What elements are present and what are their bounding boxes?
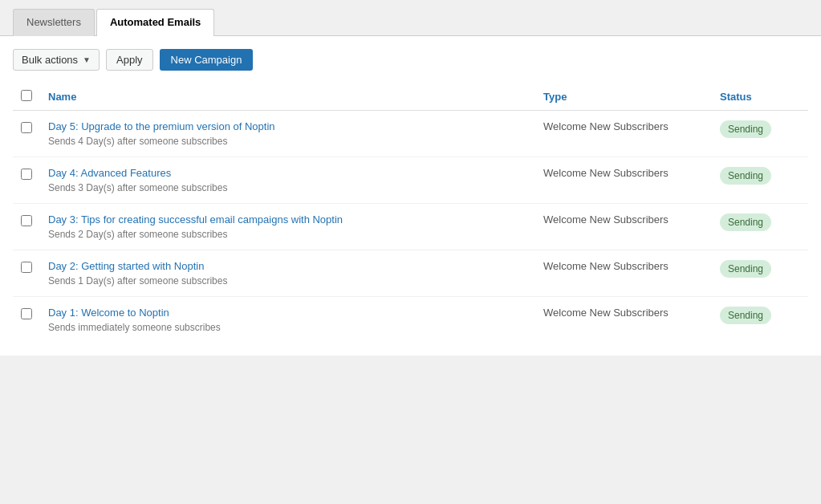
content-area: Bulk actions ▼ Apply New Campaign Name [0,36,821,356]
toolbar: Bulk actions ▼ Apply New Campaign [13,49,808,71]
apply-button[interactable]: Apply [106,49,153,71]
row-name-cell: Day 4: Advanced Features Sends 3 Day(s) … [40,157,535,204]
campaign-name-link[interactable]: Day 3: Tips for creating successful emai… [48,213,527,226]
page-wrapper: Newsletters Automated Emails Bulk action… [0,0,821,504]
row-checkbox-cell [13,157,40,204]
table-row: Day 1: Welcome to Noptin Sends immediate… [13,297,808,343]
tabs-bar: Newsletters Automated Emails [0,8,821,36]
row-name-cell: Day 1: Welcome to Noptin Sends immediate… [40,297,535,343]
row-status-cell: Sending [712,204,808,250]
row-status-cell: Sending [712,297,808,343]
select-all-checkbox[interactable] [21,90,32,101]
row-checkbox-cell [13,250,40,297]
row-checkbox[interactable] [21,169,32,180]
row-checkbox-cell [13,111,40,157]
row-checkbox-cell [13,204,40,250]
row-type-cell: Welcome New Subscribers [535,297,712,343]
row-status-cell: Sending [712,111,808,157]
campaign-name-link[interactable]: Day 4: Advanced Features [48,167,527,179]
campaign-subtitle: Sends immediately someone subscribes [48,322,221,333]
row-checkbox[interactable] [21,308,32,319]
row-status-cell: Sending [712,157,808,204]
campaign-name-link[interactable]: Day 5: Upgrade to the premium version of… [48,120,527,132]
campaigns-table: Name Type Status Day 5: Upgrade to the p… [13,83,808,343]
row-name-cell: Day 5: Upgrade to the premium version of… [40,111,535,157]
table-header-row: Name Type Status [13,83,808,111]
row-checkbox[interactable] [21,122,32,133]
row-type-cell: Welcome New Subscribers [535,204,712,250]
campaign-subtitle: Sends 2 Day(s) after someone subscribes [48,229,227,240]
campaign-subtitle: Sends 3 Day(s) after someone subscribes [48,182,227,193]
campaign-name-link[interactable]: Day 1: Welcome to Noptin [48,307,527,319]
campaign-name-link[interactable]: Day 2: Getting started with Noptin [48,260,527,272]
new-campaign-button[interactable]: New Campaign [160,49,254,71]
table-row: Day 2: Getting started with Noptin Sends… [13,250,808,297]
row-checkbox[interactable] [21,215,32,226]
row-status-cell: Sending [712,250,808,297]
bulk-actions-dropdown[interactable]: Bulk actions ▼ [13,49,100,71]
chevron-down-icon: ▼ [83,55,91,64]
row-type-cell: Welcome New Subscribers [535,111,712,157]
bulk-actions-label: Bulk actions [22,54,78,66]
table-body: Day 5: Upgrade to the premium version of… [13,111,808,343]
row-name-cell: Day 3: Tips for creating successful emai… [40,204,535,250]
row-checkbox[interactable] [21,262,32,273]
table-row: Day 3: Tips for creating successful emai… [13,204,808,250]
status-badge: Sending [720,120,771,138]
select-all-header [13,83,40,111]
status-badge: Sending [720,167,771,185]
row-name-cell: Day 2: Getting started with Noptin Sends… [40,250,535,297]
status-badge: Sending [720,213,771,231]
col-header-status: Status [712,83,808,111]
row-checkbox-cell [13,297,40,343]
table-row: Day 5: Upgrade to the premium version of… [13,111,808,157]
table-row: Day 4: Advanced Features Sends 3 Day(s) … [13,157,808,204]
col-header-name: Name [40,83,535,111]
status-badge: Sending [720,260,771,278]
col-header-type: Type [535,83,712,111]
row-type-cell: Welcome New Subscribers [535,250,712,297]
campaign-subtitle: Sends 1 Day(s) after someone subscribes [48,275,227,287]
tab-newsletters[interactable]: Newsletters [13,9,95,36]
campaign-subtitle: Sends 4 Day(s) after someone subscribes [48,136,227,147]
tab-automated-emails[interactable]: Automated Emails [96,9,214,36]
status-badge: Sending [720,307,771,324]
row-type-cell: Welcome New Subscribers [535,157,712,204]
